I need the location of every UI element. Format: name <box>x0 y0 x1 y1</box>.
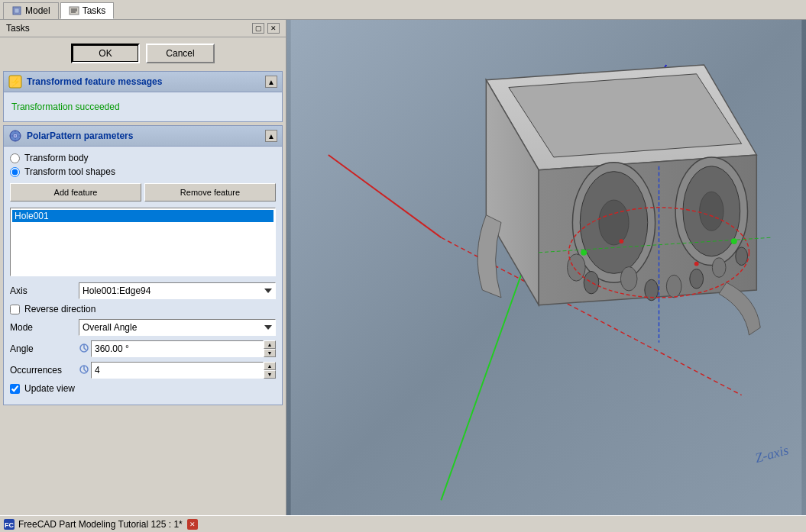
angle-label: Angle <box>10 343 79 354</box>
occurrences-spinbox: 4 ▲ ▼ <box>79 362 276 379</box>
small-hole-8 <box>736 247 748 266</box>
axis-combo[interactable]: Hole001:Edge94 <box>79 282 276 299</box>
status-bar: FC FreeCAD Part Modeling Tutorial 125 : … <box>0 515 806 532</box>
add-feature-button[interactable]: Add feature <box>10 183 141 202</box>
angle-control-wrap: 360.00 ° ▲ ▼ <box>79 340 276 357</box>
radio-transform-body-input[interactable] <box>10 153 20 163</box>
angle-input[interactable]: 360.00 ° <box>91 340 264 357</box>
mode-label: Mode <box>10 322 79 333</box>
polar-section-title: PolarPattern parameters <box>27 131 265 141</box>
main-content: Tasks ▢ ✕ OK Cancel ⚡ Transformed featur… <box>0 20 806 515</box>
close-window-button[interactable]: ✕ <box>267 23 280 34</box>
update-view-label: Update view <box>24 383 75 394</box>
transformed-section-header[interactable]: ⚡ Transformed feature messages ▲ <box>4 72 282 92</box>
tab-model[interactable]: Model <box>3 2 59 19</box>
occurrences-control-wrap: 4 ▲ ▼ <box>79 362 276 379</box>
tab-bar: Model Tasks <box>0 0 806 20</box>
mode-row: Mode Overall Angle Equal spacing <box>10 319 276 336</box>
occurrences-spin-up[interactable]: ▲ <box>264 362 276 370</box>
radio-transform-body-label: Transform body <box>24 153 89 163</box>
freecad-status-icon: FC <box>3 518 15 530</box>
angle-spin-icon <box>79 343 89 356</box>
green-dot-1 <box>581 250 587 256</box>
tab-tasks[interactable]: Tasks <box>60 2 115 19</box>
transformed-section-title: Transformed feature messages <box>27 76 265 87</box>
angle-spinbox: 360.00 ° ▲ ▼ <box>79 340 276 357</box>
reverse-direction-row: Reverse direction <box>10 304 276 314</box>
list-item-hole001[interactable]: Hole001 <box>12 210 274 222</box>
axis-control-wrap: Hole001:Edge94 <box>79 282 276 299</box>
transformed-section-icon: ⚡ <box>8 75 22 89</box>
viewport: Z-axis <box>286 20 806 515</box>
mode-combo[interactable]: Overall Angle Equal spacing <box>79 319 276 336</box>
transformed-section: ⚡ Transformed feature messages ▲ Transfo… <box>3 71 283 122</box>
tasks-header-buttons: ▢ ✕ <box>252 23 280 34</box>
occurrences-label: Occurrences <box>10 365 79 376</box>
occurrences-spinbox-buttons: ▲ ▼ <box>264 362 276 379</box>
svg-text:FC: FC <box>5 521 14 529</box>
tasks-window-header: Tasks ▢ ✕ <box>0 20 286 37</box>
occurrences-input[interactable]: 4 <box>91 362 264 379</box>
polar-section-icon <box>8 129 22 143</box>
tasks-tab-icon <box>69 5 79 16</box>
mode-control-wrap: Overall Angle Equal spacing <box>79 319 276 336</box>
feature-button-row: Add feature Remove feature <box>10 183 276 202</box>
svg-rect-1 <box>15 8 19 13</box>
left-panel: Tasks ▢ ✕ OK Cancel ⚡ Transformed featur… <box>0 20 286 515</box>
transformed-section-content: Transformation succeeded <box>4 92 282 121</box>
radio-group: Transform body Transform tool shapes <box>10 153 276 177</box>
viewport-3d-scene: Z-axis <box>286 20 806 515</box>
angle-spin-up[interactable]: ▲ <box>264 340 276 349</box>
action-buttons: OK Cancel <box>0 37 286 69</box>
angle-spinbox-buttons: ▲ ▼ <box>264 340 276 357</box>
small-hole-7 <box>712 258 726 278</box>
angle-row: Angle 360.00 ° ▲ <box>10 340 276 357</box>
small-hole-2 <box>584 271 599 294</box>
large-circle-right-center <box>700 192 723 231</box>
occurrences-spin-down[interactable]: ▼ <box>264 370 276 379</box>
occurrences-spin-icon <box>79 364 89 377</box>
axis-row: Axis Hole001:Edge94 <box>10 282 276 299</box>
update-view-row: Update view <box>10 383 276 394</box>
restore-button[interactable]: ▢ <box>252 23 264 34</box>
small-hole-5 <box>666 275 681 298</box>
axis-label: Axis <box>10 285 79 296</box>
polar-section-header[interactable]: PolarPattern parameters ▲ <box>4 126 282 147</box>
tab-model-label: Model <box>25 5 50 16</box>
feature-list-box[interactable]: Hole001 <box>10 208 276 276</box>
model-tab-icon <box>11 5 22 16</box>
ok-button[interactable]: OK <box>71 44 140 63</box>
transformed-collapse-btn[interactable]: ▲ <box>265 76 277 88</box>
polar-collapse-btn[interactable]: ▲ <box>265 130 277 142</box>
reverse-direction-checkbox[interactable] <box>10 305 20 314</box>
small-hole-3 <box>620 267 637 291</box>
tasks-window-title: Tasks <box>6 23 30 34</box>
reverse-direction-label: Reverse direction <box>24 304 95 314</box>
small-hole-6 <box>690 269 704 289</box>
radio-transform-tool-input[interactable] <box>10 167 20 177</box>
success-message: Transformation succeeded <box>10 98 276 115</box>
cancel-button[interactable]: Cancel <box>146 44 215 63</box>
polar-section: PolarPattern parameters ▲ Transform body… <box>3 125 283 405</box>
svg-text:⚡: ⚡ <box>10 76 21 87</box>
occurrences-row: Occurrences 4 ▲ <box>10 362 276 379</box>
red-dot-2 <box>694 262 699 266</box>
angle-spin-down[interactable]: ▼ <box>264 349 276 357</box>
tab-tasks-label: Tasks <box>83 5 106 16</box>
polar-section-content: Transform body Transform tool shapes Add… <box>4 147 282 405</box>
red-dot-1 <box>619 239 623 243</box>
update-view-checkbox[interactable] <box>10 384 20 394</box>
status-close-button[interactable]: ✕ <box>187 519 198 530</box>
radio-transform-tool-label: Transform tool shapes <box>24 166 115 177</box>
radio-transform-tool[interactable]: Transform tool shapes <box>10 166 276 177</box>
radio-transform-body[interactable]: Transform body <box>10 153 276 163</box>
green-dot-2 <box>731 238 737 244</box>
large-circle-left-center <box>599 200 629 245</box>
remove-feature-button[interactable]: Remove feature <box>144 183 276 202</box>
status-text: FreeCAD Part Modeling Tutorial 125 : 1* <box>18 519 183 530</box>
